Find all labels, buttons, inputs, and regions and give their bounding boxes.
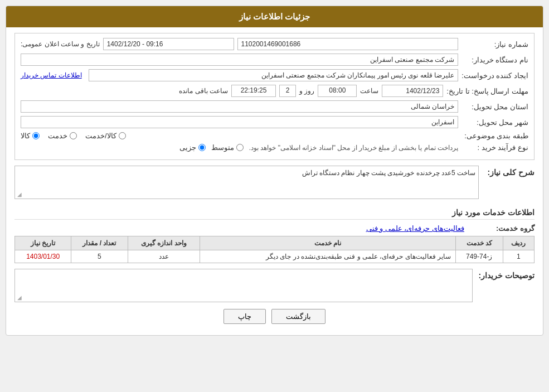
response-date: 1402/12/23 (382, 85, 443, 97)
category-radio-kala-khedmat-label: کالا/خدمت (85, 132, 116, 140)
purchase-type-partial-label: جزیی (179, 143, 196, 152)
need-number-value: 1102001469001686 (237, 38, 459, 50)
cell-unit: عدد (128, 250, 200, 263)
content-area: شماره نیاز: 1102001469001686 1402/12/20 … (6, 27, 543, 335)
description-value: ساخت 5عدد چرخدنده خورشیدی پشت چهار نظام … (302, 169, 475, 177)
purchase-type-medium-input[interactable] (236, 144, 244, 151)
need-number-row: شماره نیاز: 1102001469001686 1402/12/20 … (21, 38, 528, 50)
city-label: شهر محل تحویل: (461, 118, 528, 127)
back-button[interactable]: بازگشت (271, 309, 325, 324)
description-label: شرح کلی نیاز: (484, 166, 535, 177)
creator-label: ایجاد کننده درخواست: (461, 71, 528, 80)
cell-date: 1403/01/30 (15, 250, 71, 263)
cell-quantity: 5 (71, 250, 128, 263)
category-radio-kala-input[interactable] (32, 132, 40, 139)
cell-name: سایر فعالیت‌های حرفه‌ای، علمی و فنی طبقه… (200, 250, 456, 263)
cell-code: ز-74-749 (455, 250, 503, 263)
description-row: شرح کلی نیاز: ساخت 5عدد چرخدنده خورشیدی … (14, 166, 535, 199)
service-group-label: گروه خدمت: (468, 224, 535, 233)
creator-value: علیرضا قلعه نوی رئیس امور پیمانکاران شرک… (89, 69, 458, 81)
city-value: اسفراین (21, 116, 458, 128)
buyer-notes-section: توصیحات خریدار: ◢ (14, 269, 535, 302)
need-number-label: شماره نیاز: (461, 40, 528, 49)
purchase-type-partial-input[interactable] (198, 144, 206, 151)
services-table: ردیف کد خدمت نام خدمت واحد اندازه گیری ت… (14, 236, 535, 263)
purchase-notice: پرداخت تمام یا بخشی از مبلغ خریدار از مح… (249, 144, 458, 152)
response-time: 08:00 (318, 85, 357, 97)
buyer-org-value: شرکت مجتمع صنعتی اسفراین (21, 54, 458, 66)
purchase-type-row: نوع فرآیند خرید : پرداخت تمام یا بخشی از… (21, 143, 528, 152)
announce-value: 1402/12/20 - 09:16 (103, 38, 234, 50)
col-name: نام خدمت (200, 236, 456, 250)
table-header-row: ردیف کد خدمت نام خدمت واحد اندازه گیری ت… (15, 236, 535, 250)
purchase-type-label: نوع فرآیند خرید : (461, 143, 528, 152)
purchase-type-partial: جزیی (179, 143, 206, 152)
purchase-type-medium: متوسط (211, 143, 244, 152)
category-radio-khedmat-input[interactable] (70, 132, 77, 139)
creator-row: ایجاد کننده درخواست: علیرضا قلعه نوی رئی… (21, 69, 528, 81)
response-days-label: روز و (299, 87, 314, 95)
announce-label: تاریخ و ساعت اعلان عمومی: (21, 40, 100, 48)
form-section-main: شماره نیاز: 1102001469001686 1402/12/20 … (14, 33, 535, 160)
response-deadline-label: مهلت ارسال پاسخ: تا تاریخ: (446, 87, 528, 95)
buyer-notes-label: توصیحات خریدار: (478, 269, 535, 280)
category-radio-kala-khedmat-input[interactable] (119, 132, 126, 139)
resize-handle: ◢ (16, 192, 22, 197)
buyer-notes-box: ◢ (14, 269, 473, 302)
category-radio-khedmat-label: خدمت (48, 132, 67, 140)
province-row: استان محل تحویل: خراسان شمالی (21, 100, 528, 113)
response-remaining: 22:19:25 (231, 85, 276, 97)
col-code: کد خدمت (455, 236, 503, 250)
buyer-org-row: نام دستگاه خریدار: شرکت مجتمع صنعتی اسفر… (21, 54, 528, 66)
print-button[interactable]: چاپ (224, 309, 266, 324)
category-label: طبقه بندی موضوعی: (461, 132, 528, 140)
category-radio-group: کالا/خدمت خدمت کالا (21, 132, 458, 140)
buyer-notes-resize: ◢ (16, 295, 22, 301)
page-wrapper: جزئیات اطلاعات نیاز شماره نیاز: 11020014… (0, 0, 549, 392)
buttons-row: بازگشت چاپ (14, 309, 535, 324)
description-box: ساخت 5عدد چرخدنده خورشیدی پشت چهار نظام … (14, 166, 479, 199)
category-row: طبقه بندی موضوعی: کالا/خدمت خدمت کالا (21, 132, 528, 140)
response-deadline-row: مهلت ارسال پاسخ: تا تاریخ: 1402/12/23 سا… (21, 85, 528, 97)
response-remaining-label: ساعت باقی مانده (179, 87, 228, 95)
province-value: خراسان شمالی (21, 100, 458, 113)
creator-link[interactable]: اطلاعات تماس خریدار (21, 71, 82, 79)
service-group-row: گروه خدمت: فعالیت‌های حرفه‌ای، علمی و فن… (14, 224, 535, 233)
services-section: اطلاعات خدمات مورد نیاز گروه خدمت: فعالی… (14, 205, 535, 263)
category-radio-kala-khedmat: کالا/خدمت (85, 132, 126, 140)
category-radio-kala-label: کالا (21, 132, 30, 140)
city-row: شهر محل تحویل: اسفراین (21, 116, 528, 128)
col-quantity: تعداد / مقدار (71, 236, 128, 250)
cell-row: 1 (503, 250, 535, 263)
category-radio-kala: کالا (21, 132, 40, 140)
main-container: جزئیات اطلاعات نیاز شماره نیاز: 11020014… (6, 6, 543, 336)
col-row: ردیف (503, 236, 535, 250)
services-table-body: 1 ز-74-749 سایر فعالیت‌های حرفه‌ای، علمی… (15, 250, 535, 263)
category-radio-khedmat: خدمت (48, 132, 77, 140)
buyer-org-label: نام دستگاه خریدار: (461, 56, 528, 64)
page-header: جزئیات اطلاعات نیاز (6, 6, 543, 27)
response-days: 2 (279, 85, 296, 97)
purchase-type-radio-group: متوسط جزیی (21, 143, 244, 152)
col-unit: واحد اندازه گیری (128, 236, 200, 250)
col-date: تاریخ نیاز (15, 236, 71, 250)
response-time-label: ساعت (360, 87, 378, 95)
province-label: استان محل تحویل: (461, 103, 528, 111)
service-group-value[interactable]: فعالیت‌های حرفه‌ای، علمی و فنی (366, 224, 464, 233)
table-row: 1 ز-74-749 سایر فعالیت‌های حرفه‌ای، علمی… (15, 250, 535, 263)
page-title: جزئیات اطلاعات نیاز (239, 12, 310, 21)
purchase-type-medium-label: متوسط (211, 143, 234, 152)
services-title: اطلاعات خدمات مورد نیاز (14, 205, 535, 220)
